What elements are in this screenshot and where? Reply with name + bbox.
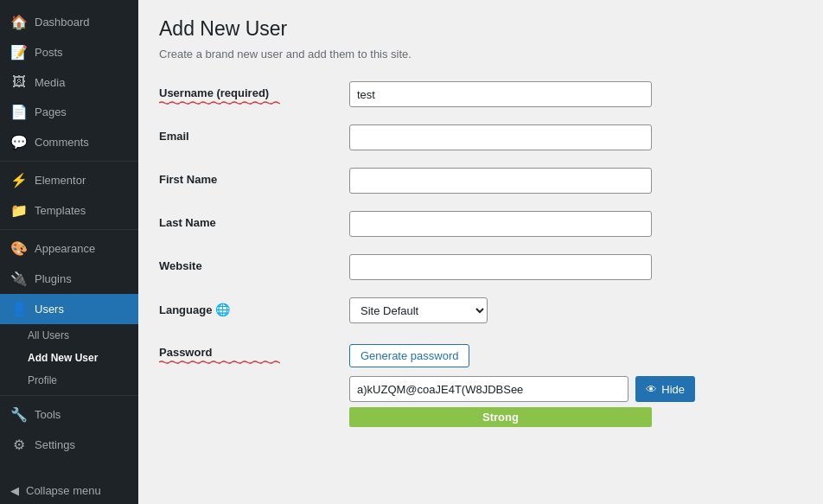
main-content: Add New User Create a brand new user and… — [138, 0, 823, 504]
language-label-col: Language 🌐 — [159, 297, 349, 316]
dashboard-icon: 🏠 — [10, 14, 28, 30]
sidebar-item-label: Tools — [35, 408, 61, 421]
password-wavy-underline — [159, 360, 280, 364]
firstname-label: First Name — [159, 173, 349, 186]
lastname-label: Last Name — [159, 216, 349, 229]
password-input-col: Generate password 👁 Hide Strong — [349, 344, 802, 427]
eye-icon: 👁 — [646, 383, 657, 396]
email-label-col: Email — [159, 124, 349, 143]
sidebar-item-label: Comments — [35, 136, 89, 149]
users-submenu: All Users Add New User Profile — [0, 324, 138, 392]
password-input[interactable] — [349, 376, 628, 402]
username-label-col: Username (required) — [159, 81, 349, 105]
sidebar-item-templates[interactable]: 📁 Templates — [0, 195, 138, 226]
language-select[interactable]: Site Default English (US) Spanish French — [349, 297, 488, 323]
users-icon: 👤 — [10, 301, 28, 317]
elementor-icon: ⚡ — [10, 172, 28, 188]
posts-icon: 📝 — [10, 44, 28, 61]
language-input-col: Site Default English (US) Spanish French — [349, 297, 802, 323]
sidebar-item-appearance[interactable]: 🎨 Appearance — [0, 233, 138, 264]
sidebar-item-plugins[interactable]: 🔌 Plugins — [0, 264, 138, 294]
sidebar-divider-3 — [0, 395, 138, 396]
media-icon: 🖼 — [10, 74, 28, 90]
sidebar-item-dashboard[interactable]: 🏠 Dashboard — [0, 7, 138, 37]
sidebar-item-comments[interactable]: 💬 Comments — [0, 127, 138, 157]
sidebar-item-label: Media — [35, 76, 65, 89]
plugins-icon: 🔌 — [10, 271, 28, 287]
templates-icon: 📁 — [10, 202, 28, 219]
sidebar-item-label: Settings — [35, 438, 75, 451]
username-label: Username (required) — [159, 86, 349, 99]
sidebar-item-label: Pages — [35, 105, 67, 118]
firstname-label-col: First Name — [159, 168, 349, 186]
email-label: Email — [159, 130, 349, 143]
language-label-wrap: Language 🌐 — [159, 303, 349, 316]
website-input[interactable] — [349, 254, 652, 280]
sidebar-item-label: Posts — [35, 46, 63, 59]
password-strength-bar: Strong — [349, 407, 652, 427]
sidebar-item-tools[interactable]: 🔧 Tools — [0, 399, 138, 430]
sidebar-divider — [0, 161, 138, 162]
sidebar-item-elementor[interactable]: ⚡ Elementor — [0, 165, 138, 195]
sidebar-item-label: Appearance — [35, 242, 95, 255]
email-input[interactable] — [349, 124, 652, 150]
email-input-col — [349, 124, 802, 150]
firstname-row: First Name — [159, 168, 802, 194]
website-label: Website — [159, 259, 349, 272]
hide-btn-label: Hide — [661, 383, 685, 396]
sidebar-item-label: Elementor — [35, 174, 86, 187]
page-subtitle: Create a brand new user and add them to … — [159, 48, 802, 61]
tools-icon: 🔧 — [10, 406, 28, 423]
sidebar-item-pages[interactable]: 📄 Pages — [0, 97, 138, 127]
sidebar-divider-2 — [0, 229, 138, 230]
appearance-icon: 🎨 — [10, 240, 28, 257]
language-row: Language 🌐 Site Default English (US) Spa… — [159, 297, 802, 323]
collapse-icon: ◀ — [10, 484, 19, 497]
sidebar: 🏠 Dashboard 📝 Posts 🖼 Media 📄 Pages 💬 Co… — [0, 0, 138, 504]
sidebar-item-label: Templates — [35, 204, 86, 217]
hide-password-button[interactable]: 👁 Hide — [635, 376, 695, 402]
settings-icon: ⚙ — [10, 437, 28, 453]
collapse-menu-button[interactable]: ◀ Collapse menu — [0, 477, 138, 504]
sidebar-item-label: Users — [35, 303, 64, 316]
password-field-wrap: 👁 Hide — [349, 376, 695, 402]
firstname-input-col — [349, 168, 802, 194]
website-row: Website — [159, 254, 802, 280]
submenu-add-new-user[interactable]: Add New User — [0, 347, 138, 369]
sidebar-item-label: Dashboard — [35, 16, 90, 29]
submenu-all-users[interactable]: All Users — [0, 324, 138, 347]
submenu-profile[interactable]: Profile — [0, 369, 138, 392]
generate-password-button[interactable]: Generate password — [349, 344, 469, 367]
website-input-col — [349, 254, 802, 280]
email-row: Email — [159, 124, 802, 150]
sidebar-item-media[interactable]: 🖼 Media — [0, 67, 138, 97]
username-input-col — [349, 81, 802, 107]
sidebar-item-users[interactable]: 👤 Users — [0, 294, 138, 324]
password-label-col: Password — [159, 341, 349, 364]
username-input[interactable] — [349, 81, 652, 107]
lastname-input-col — [349, 211, 802, 237]
website-label-col: Website — [159, 254, 349, 272]
language-icon: 🌐 — [215, 303, 230, 316]
comments-icon: 💬 — [10, 134, 28, 150]
password-row: Password Generate password 👁 Hide Strong — [159, 341, 802, 427]
username-row: Username (required) — [159, 81, 802, 107]
language-label: Language — [159, 303, 212, 316]
sidebar-item-posts[interactable]: 📝 Posts — [0, 37, 138, 67]
sidebar-item-settings[interactable]: ⚙ Settings — [0, 430, 138, 460]
lastname-input[interactable] — [349, 211, 652, 237]
firstname-input[interactable] — [349, 168, 652, 194]
lastname-row: Last Name — [159, 211, 802, 237]
password-label: Password — [159, 346, 349, 359]
page-title: Add New User — [159, 17, 802, 41]
pages-icon: 📄 — [10, 104, 28, 120]
username-wavy-underline — [159, 101, 280, 105]
lastname-label-col: Last Name — [159, 211, 349, 229]
sidebar-item-label: Plugins — [35, 272, 72, 285]
collapse-label: Collapse menu — [26, 484, 101, 497]
